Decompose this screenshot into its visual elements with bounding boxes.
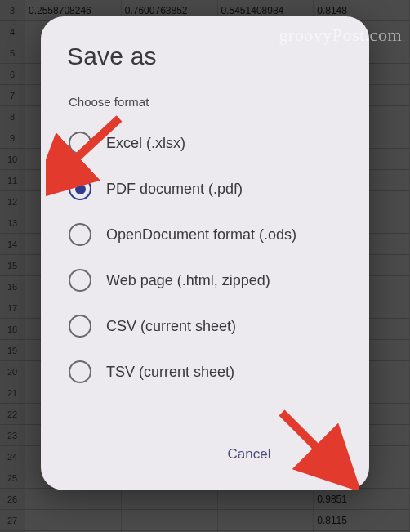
format-option[interactable]: TSV (current sheet): [64, 349, 346, 395]
format-option[interactable]: OpenDocument format (.ods): [64, 212, 346, 257]
radio-icon: [69, 315, 91, 338]
format-option-label: Web page (.html, zipped): [106, 272, 270, 289]
format-option[interactable]: Web page (.html, zipped): [64, 257, 346, 303]
cancel-button[interactable]: Cancel: [223, 440, 276, 469]
format-option-label: PDF document (.pdf): [106, 181, 243, 198]
format-option-label: OpenDocument format (.ods): [106, 226, 296, 244]
format-option-label: Excel (.xlsx): [106, 135, 185, 152]
save-as-dialog: Save as Choose format Excel (.xlsx)PDF d…: [41, 16, 369, 490]
radio-icon: [69, 177, 91, 200]
format-option[interactable]: CSV (current sheet): [64, 303, 346, 349]
format-option-label: TSV (current sheet): [106, 364, 234, 381]
format-option[interactable]: Excel (.xlsx): [64, 120, 346, 166]
radio-icon: [69, 132, 91, 154]
format-option-label: CSV (current sheet): [106, 318, 236, 335]
radio-icon: [69, 360, 91, 383]
dialog-actions: Cancel OK: [64, 435, 346, 474]
radio-icon: [69, 269, 91, 292]
format-options-list: Excel (.xlsx)PDF document (.pdf)OpenDocu…: [64, 120, 346, 395]
radio-icon: [69, 223, 91, 246]
choose-format-label: Choose format: [69, 95, 346, 109]
dialog-title: Save as: [67, 42, 346, 70]
format-option[interactable]: PDF document (.pdf): [64, 166, 346, 212]
ok-button[interactable]: OK: [305, 440, 335, 469]
